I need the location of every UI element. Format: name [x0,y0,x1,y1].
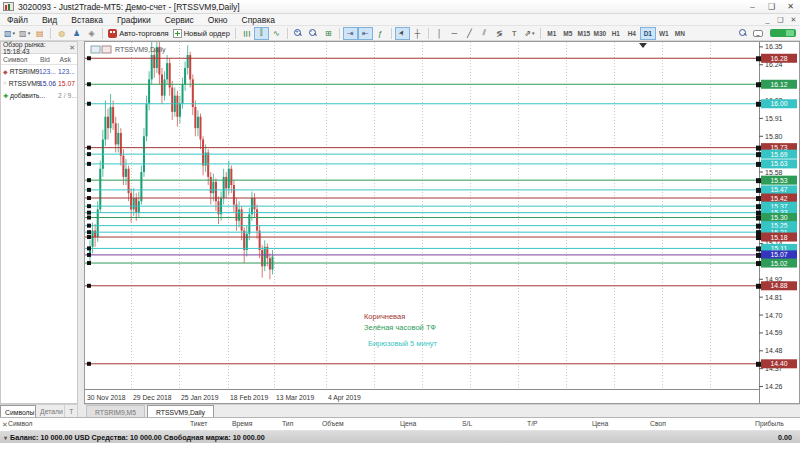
candle-body [107,117,109,128]
minimize-icon[interactable]: – [743,0,762,13]
chart-shift-button[interactable]: ⇤ [358,27,373,40]
history-center-button[interactable]: ◍ [54,27,69,40]
signals-button[interactable]: ◈ [84,27,99,40]
chart-annotation-0[interactable]: Коричневая [364,312,405,321]
market-watch-row-RTSRIM9[interactable]: ◆RTSRIM9123...123... [1,65,77,77]
zoom-out-button[interactable]: - [306,27,321,40]
line-chart-icon: ∿ [273,29,280,38]
timeframe-button-w1[interactable]: W1 [656,27,672,40]
market-watch-close-icon[interactable]: ✕ [69,44,75,52]
chart-tab-rtssvm9-daily[interactable]: RTSSVM9,Daily [147,405,214,417]
menu-item-файл[interactable]: Файл [0,15,35,25]
bars-chart-button[interactable]: ☰ [239,27,254,40]
menu-item-вид[interactable]: Вид [35,15,64,25]
profiles-button[interactable]: ▨▾ [17,27,32,40]
vertical-line-button[interactable]: │ [432,27,447,40]
crosshair-button[interactable]: ┼ [410,27,425,40]
timeframe-button-mn[interactable]: MN [672,27,688,40]
maximize-icon[interactable]: ❑ [762,0,781,13]
market-watch-row-[interactable]: ✚добавить...2 / 9... [1,89,77,101]
chart-canvas[interactable]: 16.3516.2416.1316.0215.9115.8015.6915.58… [85,42,799,403]
menu-item-справка[interactable]: Справка [235,15,282,25]
mw-tab-символы[interactable]: Символы [0,405,36,417]
child-close-icon[interactable]: ✕ [787,16,800,24]
timeframe-button-h4[interactable]: H4 [624,27,640,40]
tile-windows-button[interactable]: ⊞ [321,27,336,40]
trade-column-10[interactable]: Прибыль [755,420,784,427]
candles-chart-button[interactable]: ⫿ [254,27,269,40]
line-chart-button[interactable]: ∿ [269,27,284,40]
zoom-in-button[interactable]: + [291,27,306,40]
timeframe-button-m5[interactable]: M5 [560,27,576,40]
text-tool-button[interactable]: T [507,27,522,40]
child-restore-icon[interactable]: ❑ [774,16,787,24]
child-minimize-icon[interactable]: _ [761,16,774,24]
chevron-down-icon: ▾ [13,30,16,36]
date-label: 29 Dec 2018 [133,394,172,401]
menu-item-графики[interactable]: Графики [110,15,158,25]
arrow-objects-button[interactable]: ⇗▾ [522,27,537,40]
trade-column-6[interactable]: S/L [462,420,472,427]
timeframe-button-m15[interactable]: M15 [576,27,592,40]
trade-column-0[interactable]: Символ [8,420,33,427]
chart-window[interactable]: 16.3516.2416.1316.0215.9115.8015.6915.58… [84,41,800,404]
price-label-16.12: 16.12 [770,81,787,88]
date-label: 13 Mar 2019 [276,394,314,401]
trade-column-2[interactable]: Время [232,420,252,427]
candle-body [94,231,96,238]
layouts-button[interactable]: ▤ [32,27,47,40]
balance-row[interactable]: ▾ Баланс: 10 000.00 USD Средства: 10 000… [0,431,800,443]
menu-item-вставка[interactable]: Вставка [64,15,110,25]
chat-button[interactable] [750,27,765,40]
autoscroll-button[interactable]: ⇥ [343,27,358,40]
symbol-name: RTSRIM9 [10,68,40,75]
symbol-name: RTSSVM9 [9,80,41,87]
trade-column-9[interactable]: Своп [650,420,666,427]
profiles-icon: ▨ [19,29,27,38]
timeframe-button-m1[interactable]: M1 [544,27,560,40]
chart-tab-bar: RTSRIM9,M5RTSSVM9,Daily [84,404,800,417]
trendline-button[interactable]: ╱ [462,27,477,40]
channel-button[interactable]: ⫽ [477,27,492,40]
market-watch-row-RTSSVM9[interactable]: ○RTSSVM915.0615.07 [1,77,77,89]
mw-tab-т[interactable]: Т [65,405,78,417]
hline-anchor [87,162,91,166]
trade-column-4[interactable]: Объем [322,420,344,427]
chart-annotation-2[interactable]: Бирюзовый 5 минут [368,339,438,348]
new-chart-icon: ▧ [4,29,12,38]
candles-icon: ⫿ [260,28,263,38]
timeframe-button-h1[interactable]: H1 [608,27,624,40]
trade-column-3[interactable]: Тип [282,420,293,427]
trade-column-5[interactable]: Цена [400,420,416,427]
mw-tab-детали[interactable]: Детали [36,405,65,417]
chart-tab-rtsrim9-m5[interactable]: RTSRIM9,M5 [86,405,145,417]
trade-column-1[interactable]: Тикет [190,420,207,427]
candle-body [207,153,209,177]
new-chart-button[interactable]: ▧▾ [2,27,17,40]
horizontal-line-button[interactable]: ─ [447,27,462,40]
community-button[interactable]: ♟ [69,27,84,40]
timeframe-button-d1[interactable]: D1 [640,27,656,40]
autotrade-button[interactable]: Авто-торговля [106,27,171,40]
chart-mini-icon[interactable] [91,46,100,53]
search-button[interactable] [735,27,750,40]
toolbox-close-icon[interactable]: ✕ [2,421,8,429]
text-icon: T [512,29,517,38]
new-order-button[interactable]: Новый ордер [171,27,232,40]
menu-item-окно[interactable]: Окно [201,15,235,25]
indicators-button[interactable]: ƒ [373,27,388,40]
close-icon[interactable]: ✕ [781,0,800,13]
chart-annotation-1[interactable]: Зелёная часовой ТФ [364,323,436,332]
trade-column-7[interactable]: T/P [527,420,538,427]
candle-body [253,198,255,209]
timeframe-button-m30[interactable]: M30 [592,27,608,40]
menu-item-сервис[interactable]: Сервис [158,15,201,25]
new-order-icon [173,29,182,38]
fibonacci-button[interactable]: ≶ [492,27,507,40]
ask-value: 2 / 9... [58,92,77,99]
cursor-button[interactable]: ➤ [395,27,410,40]
chart-mini-icon[interactable] [102,46,111,53]
hline-axis-anchor [756,152,761,157]
trade-column-8[interactable]: Цена [592,420,608,427]
hline-anchor [87,216,91,220]
